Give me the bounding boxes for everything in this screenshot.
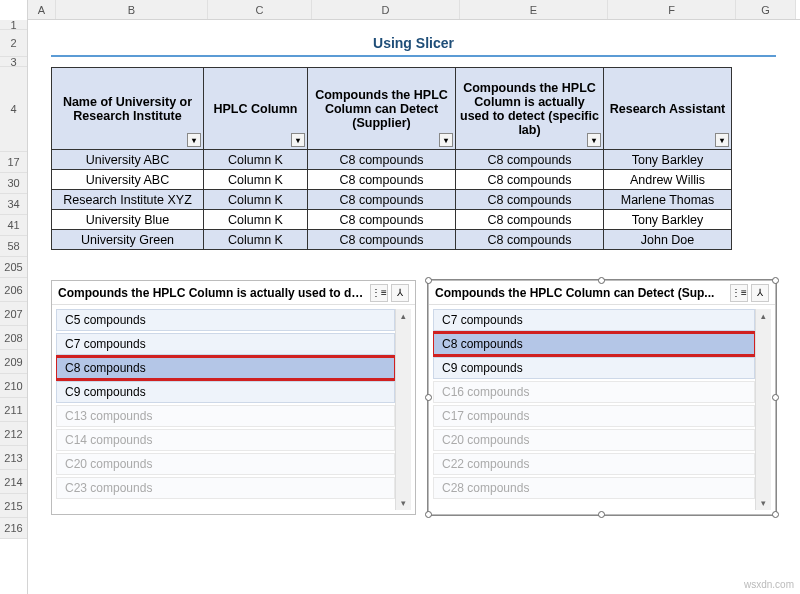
filter-icon[interactable]: ▾: [291, 133, 305, 147]
row-header[interactable]: 4: [0, 67, 27, 152]
slicer-item[interactable]: C14 compounds: [56, 429, 395, 451]
row-header[interactable]: 208: [0, 326, 27, 350]
cell[interactable]: C8 compounds: [456, 210, 604, 230]
cell[interactable]: C8 compounds: [456, 190, 604, 210]
cell[interactable]: Column K: [204, 170, 308, 190]
row-header[interactable]: 2: [0, 30, 27, 57]
row-header[interactable]: 41: [0, 215, 27, 236]
resize-handle[interactable]: [425, 277, 432, 284]
col-header[interactable]: F: [608, 0, 736, 19]
cell[interactable]: Column K: [204, 230, 308, 250]
cell[interactable]: C8 compounds: [308, 230, 456, 250]
cell[interactable]: University ABC: [52, 150, 204, 170]
row-header[interactable]: 3: [0, 57, 27, 67]
row-header[interactable]: 211: [0, 398, 27, 422]
row-header[interactable]: 209: [0, 350, 27, 374]
slicer-item[interactable]: C22 compounds: [433, 453, 755, 475]
slicer-item[interactable]: C20 compounds: [56, 453, 395, 475]
cell[interactable]: C8 compounds: [308, 190, 456, 210]
row-header[interactable]: 34: [0, 194, 27, 215]
filter-icon[interactable]: ▾: [587, 133, 601, 147]
row-header[interactable]: 214: [0, 470, 27, 494]
col-header[interactable]: A: [28, 0, 56, 19]
filter-icon[interactable]: ▾: [715, 133, 729, 147]
col-header[interactable]: C: [208, 0, 312, 19]
cell[interactable]: Column K: [204, 190, 308, 210]
col-header[interactable]: D: [312, 0, 460, 19]
cell[interactable]: C8 compounds: [456, 230, 604, 250]
cell[interactable]: C8 compounds: [308, 170, 456, 190]
slicer-item[interactable]: C8 compounds: [433, 333, 755, 355]
cell[interactable]: C8 compounds: [308, 210, 456, 230]
scroll-up-icon[interactable]: ▴: [401, 309, 406, 323]
cell[interactable]: Column K: [204, 210, 308, 230]
row-header[interactable]: 1: [0, 20, 27, 30]
resize-handle[interactable]: [598, 511, 605, 518]
cell[interactable]: C8 compounds: [308, 150, 456, 170]
filter-icon[interactable]: ▾: [187, 133, 201, 147]
col-header[interactable]: E: [460, 0, 608, 19]
cell[interactable]: Tony Barkley: [604, 210, 732, 230]
row-header[interactable]: 207: [0, 302, 27, 326]
col-headers: ABCDEFG: [28, 0, 800, 20]
slicer-item[interactable]: C16 compounds: [433, 381, 755, 403]
th-assistant: Research Assistant▾: [604, 68, 732, 150]
cell[interactable]: Andrew Willis: [604, 170, 732, 190]
cell[interactable]: University ABC: [52, 170, 204, 190]
spreadsheet-area: 1234173034415820520620720820921021121221…: [0, 0, 800, 594]
multiselect-icon[interactable]: ⋮≡: [370, 284, 388, 302]
row-header[interactable]: 205: [0, 257, 27, 278]
row-header[interactable]: 215: [0, 494, 27, 518]
clear-filter-icon[interactable]: ⅄: [751, 284, 769, 302]
resize-handle[interactable]: [425, 511, 432, 518]
slicer-item[interactable]: C7 compounds: [433, 309, 755, 331]
resize-handle[interactable]: [772, 277, 779, 284]
cell[interactable]: John Doe: [604, 230, 732, 250]
slicer-used-to-detect[interactable]: Compounds the HPLC Column is actually us…: [51, 280, 416, 515]
table-row: University ABCColumn KC8 compoundsC8 com…: [52, 170, 732, 190]
slicer-item[interactable]: C5 compounds: [56, 309, 395, 331]
row-header[interactable]: 17: [0, 152, 27, 173]
row-header[interactable]: 210: [0, 374, 27, 398]
resize-handle[interactable]: [772, 394, 779, 401]
slicer-item[interactable]: C28 compounds: [433, 477, 755, 499]
cell[interactable]: C8 compounds: [456, 150, 604, 170]
row-header[interactable]: 216: [0, 518, 27, 539]
sheet-body: Using Slicer Name of University or Resea…: [28, 20, 800, 594]
row-header[interactable]: 58: [0, 236, 27, 257]
cell[interactable]: Tony Barkley: [604, 150, 732, 170]
scroll-down-icon[interactable]: ▾: [761, 496, 766, 510]
row-header[interactable]: 206: [0, 278, 27, 302]
filter-icon[interactable]: ▾: [439, 133, 453, 147]
cell[interactable]: Research Institute XYZ: [52, 190, 204, 210]
cell[interactable]: C8 compounds: [456, 170, 604, 190]
slicer-item[interactable]: C7 compounds: [56, 333, 395, 355]
cell[interactable]: University Blue: [52, 210, 204, 230]
col-header[interactable]: G: [736, 0, 796, 19]
scroll-down-icon[interactable]: ▾: [401, 496, 406, 510]
slicer-item[interactable]: C17 compounds: [433, 405, 755, 427]
slicer-item[interactable]: C20 compounds: [433, 429, 755, 451]
slicer-item[interactable]: C13 compounds: [56, 405, 395, 427]
cell[interactable]: Column K: [204, 150, 308, 170]
clear-filter-icon[interactable]: ⅄: [391, 284, 409, 302]
multiselect-icon[interactable]: ⋮≡: [730, 284, 748, 302]
row-header[interactable]: 213: [0, 446, 27, 470]
slicer-can-detect[interactable]: Compounds the HPLC Column can Detect (Su…: [428, 280, 776, 515]
cell[interactable]: Marlene Thomas: [604, 190, 732, 210]
slicer-items: C7 compoundsC8 compoundsC9 compoundsC16 …: [433, 309, 755, 510]
slicer-item[interactable]: C8 compounds: [56, 357, 395, 379]
slicer-item[interactable]: C9 compounds: [433, 357, 755, 379]
slicer-item[interactable]: C9 compounds: [56, 381, 395, 403]
row-header[interactable]: 212: [0, 422, 27, 446]
cell[interactable]: University Green: [52, 230, 204, 250]
scrollbar[interactable]: ▴ ▾: [755, 309, 771, 510]
resize-handle[interactable]: [425, 394, 432, 401]
scrollbar[interactable]: ▴ ▾: [395, 309, 411, 510]
resize-handle[interactable]: [598, 277, 605, 284]
slicer-item[interactable]: C23 compounds: [56, 477, 395, 499]
row-header[interactable]: 30: [0, 173, 27, 194]
resize-handle[interactable]: [772, 511, 779, 518]
scroll-up-icon[interactable]: ▴: [761, 309, 766, 323]
col-header[interactable]: B: [56, 0, 208, 19]
